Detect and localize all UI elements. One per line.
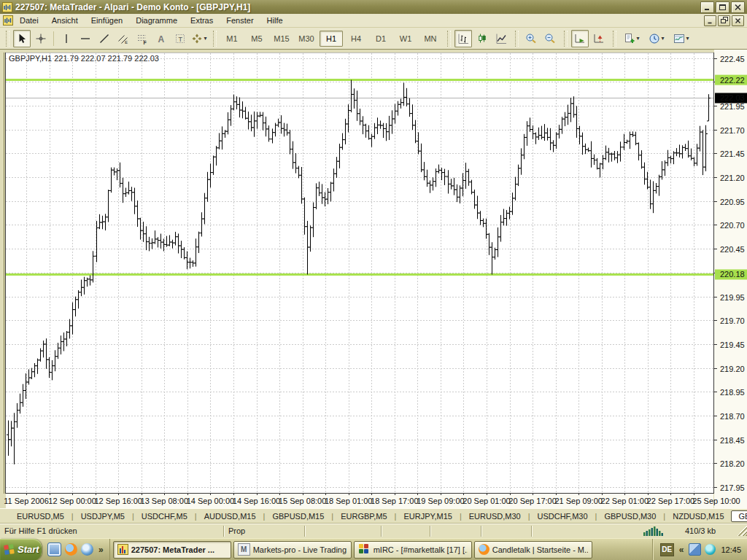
candlestick-chart-button[interactable] [473,30,491,47]
toolbar-grip[interactable] [213,31,217,47]
channel-icon: E [117,33,129,44]
line-chart-button[interactable] [492,30,510,47]
chart-tab-gbpusd-m30[interactable]: GBPUSD,M30 [597,510,662,522]
arrows-tool-button[interactable]: ▾ [190,30,208,47]
task-label: mIRC - [#markettalk [17] [... [374,545,468,554]
browser-icon[interactable] [81,543,93,556]
chart-tab-gbpjpy-h1[interactable]: GBPJPY,H1 [731,510,747,522]
resize-grip[interactable] [737,526,747,536]
chart-tab-usdjpy-m5[interactable]: USDJPY,M5 [74,510,131,522]
chart-tab-usdchf-m5[interactable]: USDCHF,M5 [135,510,194,522]
template-icon [673,33,685,44]
zoom-in-button[interactable] [522,30,540,47]
start-button[interactable]: Start [0,539,42,560]
mdi-restore-button[interactable] [718,15,730,26]
menu-hilfe[interactable]: Hilfe [260,15,290,26]
zoom-in-icon [525,33,537,44]
task-button-mirc-markettal[interactable]: mIRC - [#markettalk [17] [... [354,541,472,559]
chart-tab-usdchf-m30[interactable]: USDCHF,M30 [531,510,595,522]
taskbar-clock: 12:45 [719,545,741,554]
task-button-markets-pro-live[interactable]: MMarkets-pro - Live Trading [233,541,352,559]
price-axis-label: 218.20 [720,459,745,468]
price-axis-label: 220.70 [720,221,745,230]
chart-shift-icon [593,33,605,44]
menu-fenster[interactable]: Fenster [220,15,260,26]
crosshair-tool-button[interactable] [32,30,50,47]
price-chart[interactable]: 222.45221.95221.70221.45221.20220.95220.… [0,50,747,508]
toolbar-grip[interactable] [613,31,616,47]
timeframe-m1-button[interactable]: M1 [220,31,244,47]
cursor-tool-button[interactable] [13,30,31,47]
timeframe-h1-button[interactable]: H1 [320,31,343,47]
trendline-tool-button[interactable] [96,30,113,47]
text-label-tool-button[interactable]: T [171,30,189,47]
chart-tab-eurjpy-m15[interactable]: EURJPY,M15 [397,510,458,522]
language-indicator[interactable]: DE [660,543,674,556]
task-buttons: 227507: MetaTrader ...MMarkets-pro - Liv… [110,541,652,559]
menu-items: DateiAnsichtEinfügenDiagrammeExtrasFenst… [13,15,703,26]
toolbar-grip[interactable] [6,31,9,47]
quick-launch-app-icon[interactable] [47,542,61,556]
chart-window-icon [3,15,13,26]
bar-chart-button[interactable] [454,30,472,47]
fibonacci-tool-button[interactable]: F [133,30,151,47]
quick-launch-overflow-chevron[interactable]: » [97,545,105,555]
time-axis-label: 14 Sep 00:00 [187,497,234,505]
app-tray-icon[interactable] [705,544,716,555]
menu-diagramme[interactable]: Diagramme [129,15,184,26]
timeframe-mn-button[interactable]: MN [419,31,442,47]
price-axis-label: 220.95 [720,198,745,206]
timeframe-group: M1M5M15M30H1H4D1W1MN [220,31,443,47]
toolbar-grip[interactable] [447,31,451,47]
toolbar-grip[interactable] [515,31,519,47]
chart-tab-nzdusd-m15[interactable]: NZDUSD,M15 [666,510,730,522]
toolbar-grip[interactable] [564,31,568,47]
time-axis-label: 22 Sep 01:00 [601,497,649,505]
time-axis-label: 14 Sep 16:00 [233,497,280,505]
chart-tab-eurusd-m5[interactable]: EURUSD,M5 [10,510,71,522]
minimize-button[interactable] [700,1,714,13]
menu-bar: DateiAnsichtEinfügenDiagrammeExtrasFenst… [0,14,747,28]
templates-button[interactable]: ▾ [670,30,693,47]
network-tray-icon[interactable] [689,543,701,556]
menu-extras[interactable]: Extras [184,15,220,26]
chart-shift-button[interactable] [590,30,608,47]
maximize-button[interactable] [716,1,729,13]
periods-button[interactable]: ▾ [645,30,668,47]
title-bar[interactable]: 227507: MetaTrader - Alpari - Demo Konto… [0,0,747,14]
equidistant-channel-tool-button[interactable]: E [115,30,132,47]
chart-tab-eurusd-m30[interactable]: EURUSD,M30 [462,510,527,522]
chart-tab-eurgbp-m5[interactable]: EURGBP,M5 [334,510,393,522]
menu-einf-gen[interactable]: Einfügen [85,15,129,26]
zoom-out-button[interactable] [541,30,559,47]
timeframe-h4-button[interactable]: H4 [344,31,368,47]
timeframe-m30-button[interactable]: M30 [295,31,318,47]
task-button-227507-metatrader[interactable]: 227507: MetaTrader ... [113,541,231,559]
text-tool-button[interactable]: A [152,30,170,47]
chart-tab-gbpusd-m15[interactable]: GBPUSD,M15 [266,510,330,522]
new-chart-button[interactable]: ▾ [620,30,643,47]
price-axis-label: 220.45 [720,245,745,254]
price-axis-label: 219.70 [720,316,745,325]
level-price-tag-text: 222.22 [720,76,745,85]
timeframe-m5-button[interactable]: M5 [245,31,268,47]
horizontal-line-tool-button[interactable] [77,30,94,47]
price-axis-label: 218.70 [720,412,745,421]
timeframe-w1-button[interactable]: W1 [394,31,417,47]
vertical-line-tool-button[interactable] [58,30,75,47]
mdi-minimize-button[interactable] [704,15,716,26]
chart-tab-audusd-m15[interactable]: AUDUSD,M15 [198,510,263,522]
close-button[interactable] [731,1,745,13]
menu-ansicht[interactable]: Ansicht [45,15,85,26]
metatrader-icon [117,544,128,555]
tray-collapse-chevron[interactable]: « [678,545,686,555]
timeframe-m15-button[interactable]: M15 [270,31,293,47]
menu-datei[interactable]: Datei [13,15,45,26]
timeframe-d1-button[interactable]: D1 [369,31,392,47]
firefox-icon[interactable] [65,543,77,556]
status-panel [430,526,481,537]
app-icon [2,2,12,12]
task-button-candletalk-start[interactable]: Candletalk | Startseite - M... [474,541,592,559]
mdi-close-button[interactable] [732,15,744,26]
auto-scroll-button[interactable] [571,30,589,47]
